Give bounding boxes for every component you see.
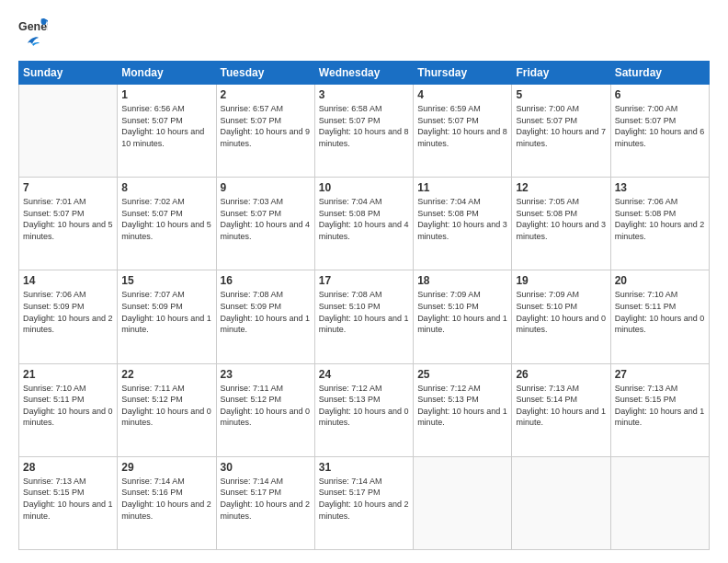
day-info: Sunrise: 7:08 AM Sunset: 5:09 PM Dayligh… bbox=[221, 289, 311, 335]
day-info: Sunrise: 7:14 AM Sunset: 5:16 PM Dayligh… bbox=[121, 476, 211, 522]
day-info: Sunrise: 7:10 AM Sunset: 5:11 PM Dayligh… bbox=[23, 383, 113, 429]
calendar-cell: 5Sunrise: 7:00 AM Sunset: 5:07 PM Daylig… bbox=[512, 85, 610, 178]
day-info: Sunrise: 7:09 AM Sunset: 5:10 PM Dayligh… bbox=[417, 289, 507, 335]
logo: General bbox=[18, 17, 48, 52]
day-info: Sunrise: 7:13 AM Sunset: 5:15 PM Dayligh… bbox=[615, 383, 705, 429]
day-info: Sunrise: 6:58 AM Sunset: 5:07 PM Dayligh… bbox=[319, 103, 409, 149]
day-number: 29 bbox=[121, 461, 211, 474]
calendar-cell: 7Sunrise: 7:01 AM Sunset: 5:07 PM Daylig… bbox=[19, 178, 118, 270]
day-number: 18 bbox=[417, 274, 507, 287]
calendar-cell: 10Sunrise: 7:04 AM Sunset: 5:08 PM Dayli… bbox=[314, 178, 413, 270]
day-info: Sunrise: 6:56 AM Sunset: 5:07 PM Dayligh… bbox=[121, 103, 211, 149]
day-number: 31 bbox=[319, 461, 409, 474]
calendar-day-header: Wednesday bbox=[314, 62, 413, 85]
day-info: Sunrise: 6:59 AM Sunset: 5:07 PM Dayligh… bbox=[417, 103, 507, 149]
day-info: Sunrise: 7:13 AM Sunset: 5:14 PM Dayligh… bbox=[516, 383, 606, 429]
day-info: Sunrise: 7:14 AM Sunset: 5:17 PM Dayligh… bbox=[319, 476, 409, 522]
day-number: 23 bbox=[221, 368, 311, 381]
calendar-week-row: 7Sunrise: 7:01 AM Sunset: 5:07 PM Daylig… bbox=[19, 178, 710, 270]
day-number: 27 bbox=[615, 368, 705, 381]
calendar-cell: 23Sunrise: 7:11 AM Sunset: 5:12 PM Dayli… bbox=[216, 363, 314, 456]
day-info: Sunrise: 7:04 AM Sunset: 5:08 PM Dayligh… bbox=[319, 196, 409, 242]
day-info: Sunrise: 7:06 AM Sunset: 5:08 PM Dayligh… bbox=[615, 196, 705, 242]
calendar-week-row: 21Sunrise: 7:10 AM Sunset: 5:11 PM Dayli… bbox=[19, 363, 710, 456]
calendar-cell: 20Sunrise: 7:10 AM Sunset: 5:11 PM Dayli… bbox=[610, 270, 709, 363]
day-info: Sunrise: 7:11 AM Sunset: 5:12 PM Dayligh… bbox=[221, 383, 311, 429]
calendar-day-header: Sunday bbox=[19, 62, 118, 85]
day-number: 26 bbox=[516, 368, 606, 381]
calendar-cell: 8Sunrise: 7:02 AM Sunset: 5:07 PM Daylig… bbox=[118, 178, 216, 270]
day-info: Sunrise: 7:07 AM Sunset: 5:09 PM Dayligh… bbox=[121, 289, 211, 335]
calendar-cell: 14Sunrise: 7:06 AM Sunset: 5:09 PM Dayli… bbox=[19, 270, 118, 363]
calendar-cell: 12Sunrise: 7:05 AM Sunset: 5:08 PM Dayli… bbox=[512, 178, 610, 270]
day-number: 7 bbox=[23, 181, 113, 194]
day-info: Sunrise: 7:12 AM Sunset: 5:13 PM Dayligh… bbox=[417, 383, 507, 429]
day-number: 12 bbox=[516, 181, 606, 194]
calendar-cell: 13Sunrise: 7:06 AM Sunset: 5:08 PM Dayli… bbox=[610, 178, 709, 270]
day-number: 10 bbox=[319, 181, 409, 194]
calendar-cell: 30Sunrise: 7:14 AM Sunset: 5:17 PM Dayli… bbox=[216, 456, 314, 549]
day-info: Sunrise: 7:14 AM Sunset: 5:17 PM Dayligh… bbox=[221, 476, 311, 522]
day-info: Sunrise: 7:01 AM Sunset: 5:07 PM Dayligh… bbox=[23, 196, 113, 242]
day-number: 17 bbox=[319, 274, 409, 287]
calendar-cell: 18Sunrise: 7:09 AM Sunset: 5:10 PM Dayli… bbox=[414, 270, 512, 363]
calendar-cell: 28Sunrise: 7:13 AM Sunset: 5:15 PM Dayli… bbox=[19, 456, 118, 549]
calendar-cell: 4Sunrise: 6:59 AM Sunset: 5:07 PM Daylig… bbox=[414, 85, 512, 178]
calendar-cell: 25Sunrise: 7:12 AM Sunset: 5:13 PM Dayli… bbox=[414, 363, 512, 456]
day-number: 11 bbox=[417, 181, 507, 194]
day-info: Sunrise: 7:13 AM Sunset: 5:15 PM Dayligh… bbox=[23, 476, 113, 522]
day-number: 15 bbox=[121, 274, 211, 287]
day-number: 2 bbox=[221, 88, 311, 101]
day-number: 9 bbox=[221, 181, 311, 194]
day-info: Sunrise: 7:00 AM Sunset: 5:07 PM Dayligh… bbox=[615, 103, 705, 149]
header: General bbox=[18, 17, 710, 52]
day-number: 8 bbox=[121, 181, 211, 194]
day-number: 24 bbox=[319, 368, 409, 381]
day-number: 25 bbox=[417, 368, 507, 381]
day-number: 22 bbox=[121, 368, 211, 381]
day-info: Sunrise: 7:08 AM Sunset: 5:10 PM Dayligh… bbox=[319, 289, 409, 335]
day-info: Sunrise: 7:03 AM Sunset: 5:07 PM Dayligh… bbox=[221, 196, 311, 242]
day-number: 20 bbox=[615, 274, 705, 287]
calendar-cell: 2Sunrise: 6:57 AM Sunset: 5:07 PM Daylig… bbox=[216, 85, 314, 178]
calendar-cell: 21Sunrise: 7:10 AM Sunset: 5:11 PM Dayli… bbox=[19, 363, 118, 456]
calendar-cell bbox=[19, 85, 118, 178]
day-number: 21 bbox=[23, 368, 113, 381]
calendar-cell: 29Sunrise: 7:14 AM Sunset: 5:16 PM Dayli… bbox=[118, 456, 216, 549]
calendar-cell: 22Sunrise: 7:11 AM Sunset: 5:12 PM Dayli… bbox=[118, 363, 216, 456]
calendar-day-header: Tuesday bbox=[216, 62, 314, 85]
day-number: 19 bbox=[516, 274, 606, 287]
calendar-cell: 17Sunrise: 7:08 AM Sunset: 5:10 PM Dayli… bbox=[314, 270, 413, 363]
calendar-cell: 26Sunrise: 7:13 AM Sunset: 5:14 PM Dayli… bbox=[512, 363, 610, 456]
calendar-day-header: Friday bbox=[512, 62, 610, 85]
day-number: 5 bbox=[516, 88, 606, 101]
calendar-week-row: 28Sunrise: 7:13 AM Sunset: 5:15 PM Dayli… bbox=[19, 456, 710, 549]
calendar-cell: 31Sunrise: 7:14 AM Sunset: 5:17 PM Dayli… bbox=[314, 456, 413, 549]
calendar-cell: 27Sunrise: 7:13 AM Sunset: 5:15 PM Dayli… bbox=[610, 363, 709, 456]
day-info: Sunrise: 7:00 AM Sunset: 5:07 PM Dayligh… bbox=[516, 103, 606, 149]
calendar-day-header: Thursday bbox=[414, 62, 512, 85]
calendar-cell bbox=[610, 456, 709, 549]
day-info: Sunrise: 7:12 AM Sunset: 5:13 PM Dayligh… bbox=[319, 383, 409, 429]
day-number: 3 bbox=[319, 88, 409, 101]
calendar-cell: 6Sunrise: 7:00 AM Sunset: 5:07 PM Daylig… bbox=[610, 85, 709, 178]
calendar-cell: 15Sunrise: 7:07 AM Sunset: 5:09 PM Dayli… bbox=[118, 270, 216, 363]
calendar-day-header: Monday bbox=[118, 62, 216, 85]
day-info: Sunrise: 7:04 AM Sunset: 5:08 PM Dayligh… bbox=[417, 196, 507, 242]
day-info: Sunrise: 7:09 AM Sunset: 5:10 PM Dayligh… bbox=[516, 289, 606, 335]
calendar-day-header: Saturday bbox=[610, 62, 709, 85]
calendar-cell: 19Sunrise: 7:09 AM Sunset: 5:10 PM Dayli… bbox=[512, 270, 610, 363]
calendar-cell: 1Sunrise: 6:56 AM Sunset: 5:07 PM Daylig… bbox=[118, 85, 216, 178]
day-number: 30 bbox=[221, 461, 311, 474]
day-info: Sunrise: 7:11 AM Sunset: 5:12 PM Dayligh… bbox=[121, 383, 211, 429]
calendar-week-row: 1Sunrise: 6:56 AM Sunset: 5:07 PM Daylig… bbox=[19, 85, 710, 178]
day-info: Sunrise: 7:05 AM Sunset: 5:08 PM Dayligh… bbox=[516, 196, 606, 242]
page: General SundayMondayT bbox=[0, 0, 728, 563]
calendar-table: SundayMondayTuesdayWednesdayThursdayFrid… bbox=[18, 61, 710, 550]
day-number: 1 bbox=[121, 88, 211, 101]
day-info: Sunrise: 6:57 AM Sunset: 5:07 PM Dayligh… bbox=[221, 103, 311, 149]
calendar-week-row: 14Sunrise: 7:06 AM Sunset: 5:09 PM Dayli… bbox=[19, 270, 710, 363]
bird-icon bbox=[20, 35, 40, 52]
day-info: Sunrise: 7:10 AM Sunset: 5:11 PM Dayligh… bbox=[615, 289, 705, 335]
calendar-cell: 3Sunrise: 6:58 AM Sunset: 5:07 PM Daylig… bbox=[314, 85, 413, 178]
